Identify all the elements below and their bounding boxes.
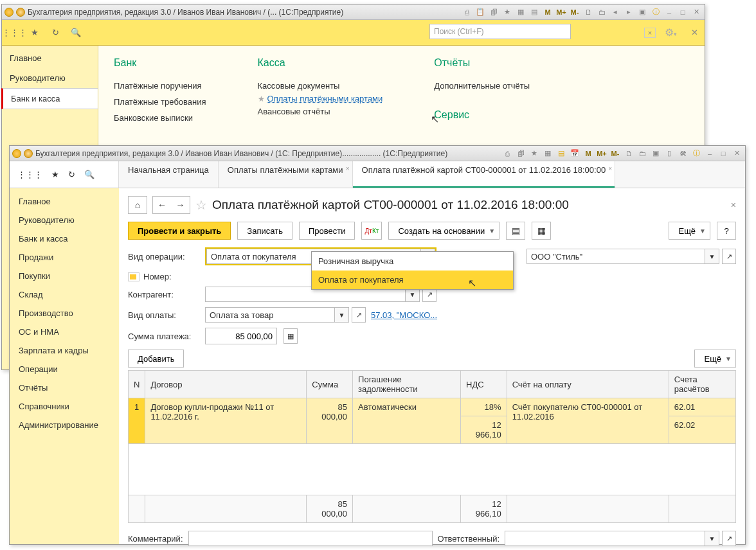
back-icon[interactable]: ◂ [609,7,621,17]
close-icon[interactable]: ✕ [731,148,742,159]
th-n[interactable]: N [129,371,145,398]
star-icon[interactable]: ★ [29,27,40,39]
nav-item[interactable]: Покупки [10,267,119,285]
m-icon[interactable]: M [582,148,594,159]
toolbar-icon[interactable]: ★ [528,148,540,159]
minimize-icon[interactable]: – [663,7,675,17]
toolbar-icon[interactable]: ▯ [663,148,675,159]
nav-item[interactable]: Отчёты [10,378,119,397]
post-and-close-button[interactable]: Провести и закрыть [128,222,231,240]
toolbar-icon[interactable]: 🗀 [596,7,608,17]
forward-button[interactable]: → [171,196,190,214]
gear-icon[interactable]: ⚙▾ [665,26,677,39]
open-icon[interactable]: ↗ [352,307,366,323]
responsible-input[interactable] [505,531,705,546]
more-button-2[interactable]: Ещё▼ [694,350,736,368]
toolbar-icon[interactable]: 🗐 [515,148,526,159]
cal-icon[interactable]: 📅 [569,148,580,159]
sum-input[interactable] [205,328,277,344]
comment-input[interactable] [188,531,433,546]
home-button[interactable]: ⌂ [128,196,147,214]
star-icon[interactable]: ★ [51,170,59,179]
apps-icon[interactable]: ⋮⋮⋮ [8,27,20,39]
toolbar-icon[interactable]: 🗐 [488,7,500,17]
toolbar-icon[interactable]: ▦ [515,7,526,17]
account-link[interactable]: 57.03, "МОСКО... [371,310,437,320]
nav-item[interactable]: ОС и НМА [10,323,119,341]
report-icon[interactable]: ▤ [506,222,525,240]
pay-type-input[interactable]: Оплата за товар [205,307,335,323]
dropdown-option-retail[interactable]: Розничная выручка [312,252,513,271]
tab-close-icon[interactable]: × [608,164,612,173]
clear-search-icon[interactable]: × [644,28,656,38]
nav-item[interactable]: Справочники [10,397,119,416]
th-nds[interactable]: НДС [461,371,507,398]
close-icon[interactable]: ✕ [690,7,702,17]
nav-item[interactable]: Производство [10,304,119,323]
tools-icon[interactable]: 🛠 [677,148,688,159]
toolbar-icon[interactable]: ▣ [636,7,648,17]
close-panel-icon[interactable]: ✕ [691,28,698,37]
save-button[interactable]: Записать [237,222,292,240]
toolbar-icon[interactable]: ▣ [650,148,662,159]
history-icon[interactable]: ↻ [68,170,75,179]
th-repay[interactable]: Погашение задолженности [353,371,461,398]
toolbar-icon[interactable]: ⎙ [501,148,513,159]
open-icon[interactable]: ↗ [722,249,736,264]
dropdown-icon[interactable]: ▼ [705,531,719,546]
link-payment-orders[interactable]: Платёжные поручения [114,78,206,94]
toolbar-icon[interactable]: 🗀 [636,148,648,159]
toolbar-icon[interactable]: ▤ [528,7,540,17]
th-invoice[interactable]: Счёт на оплату [507,371,669,398]
th-contract[interactable]: Договор [145,371,307,398]
tab-current-doc[interactable]: Оплата платёжной картой СТ00-000001 от 1… [353,161,616,188]
org-input[interactable]: ООО "Стиль" [526,249,705,264]
search-icon[interactable]: 🔍 [70,27,82,39]
dropdown-icon[interactable]: ▼ [335,307,349,323]
nav-item[interactable]: Операции [10,360,119,378]
nav-item-manager[interactable]: Руководителю [2,68,98,88]
link-payment-demands[interactable]: Платёжные требования [114,94,206,110]
history-icon[interactable]: ↻ [50,27,61,39]
nav-item[interactable]: Продажи [10,248,119,267]
th-acc[interactable]: Счета расчётов [669,371,735,398]
toolbar-icon[interactable]: 📋 [474,7,486,17]
maximize-icon[interactable]: □ [717,148,729,159]
maximize-icon[interactable]: □ [677,7,688,17]
fwd-icon[interactable]: ▸ [623,7,634,17]
m-plus-icon[interactable]: M+ [596,148,608,159]
search-input[interactable]: Поиск (Ctrl+F) [429,24,571,39]
nav-item-bank[interactable]: Банк и касса [1,88,98,109]
search-icon[interactable]: 🔍 [84,170,94,179]
calc-icon[interactable]: ▤ [555,148,567,159]
link-additional-reports[interactable]: Дополнительные отчёты [434,78,530,94]
post-button[interactable]: Провести [299,222,356,240]
close-doc-icon[interactable]: × [731,200,736,210]
dropdown-icon[interactable]: ▼ [705,249,719,264]
m-icon[interactable]: M [542,7,554,17]
dt-kt-icon[interactable]: ДтКт [361,222,382,240]
list-icon[interactable]: ▦ [532,222,551,240]
back-button[interactable]: ← [152,196,172,214]
help-button[interactable]: ? [717,222,736,240]
tab-close-icon[interactable]: × [346,164,350,173]
nav-item[interactable]: Руководителю [10,211,119,229]
nav-item[interactable]: Главное [10,192,119,211]
more-button[interactable]: Ещё▼ [669,222,710,240]
dropdown-option-buyer[interactable]: Оплата от покупателя [312,271,513,289]
table-row[interactable]: 1 Договор купли-продажи №11 от 11.02.201… [129,398,736,416]
apps-icon[interactable]: ⋮⋮⋮ [17,170,42,179]
toolbar-icon[interactable]: ▦ [542,148,554,159]
m-minus-icon[interactable]: M- [569,7,580,17]
toolbar-icon[interactable]: 🗋 [623,148,634,159]
toolbar-icon[interactable]: ★ [501,7,513,17]
m-plus-icon[interactable]: M+ [555,7,567,17]
tab-start-page[interactable]: Начальная страница [119,161,219,188]
add-button[interactable]: Добавить [128,350,184,368]
toolbar-icon[interactable]: ⎙ [461,7,473,17]
nav-item-main[interactable]: Главное [2,48,98,68]
nav-item[interactable]: Зарплата и кадры [10,341,119,360]
nav-item[interactable]: Склад [10,285,119,304]
nav-item[interactable]: Банк и касса [10,229,119,248]
link-bank-statements[interactable]: Банковские выписки [114,110,206,126]
